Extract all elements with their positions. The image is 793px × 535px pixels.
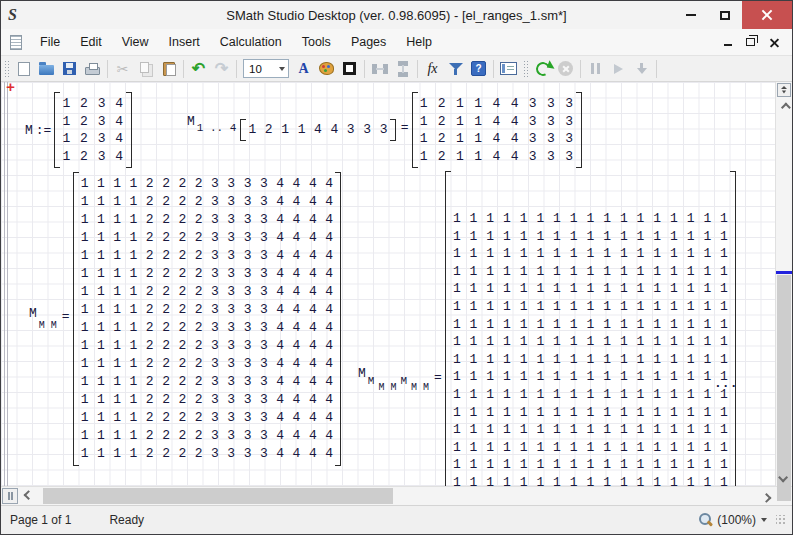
toolbar-separator [107, 60, 108, 78]
new-button[interactable] [12, 58, 35, 79]
result-matrix-16x16: 1 1 1 1 2 2 2 2 3 3 3 3 4 4 4 4 1 1 1 1 … [73, 172, 342, 466]
font-size-combo[interactable]: 10 [243, 59, 289, 78]
split-down-icon [782, 91, 786, 94]
split-view-button[interactable] [777, 83, 791, 97]
menu-help[interactable]: Help [396, 29, 442, 55]
toolbar-separator [236, 60, 237, 78]
paste-button[interactable] [157, 58, 180, 79]
split-view-button-horizontal[interactable] [2, 488, 18, 504]
menu-edit[interactable]: Edit [70, 29, 112, 55]
math-subscript-range: 1 .. 4 [195, 122, 239, 134]
pause-button[interactable] [584, 58, 607, 79]
document-icon [10, 35, 22, 50]
zoom-dropdown-icon[interactable] [761, 518, 767, 522]
math-equals-operator: = [431, 370, 445, 385]
worksheet-canvas[interactable]: + M := 1 2 3 4 1 2 3 4 1 2 3 4 1 2 3 4 M… [1, 82, 775, 486]
menu-view[interactable]: View [112, 29, 159, 55]
menu-calculation[interactable]: Calculation [210, 29, 292, 55]
chevron-right-icon [761, 492, 771, 502]
math-equals-operator: = [398, 120, 412, 135]
math-assign-operator: := [33, 123, 55, 138]
mdi-minimize-icon[interactable] [724, 44, 732, 46]
align-horizontal-button[interactable] [368, 58, 391, 79]
align-vertical-button[interactable] [391, 58, 414, 79]
reference-book-button[interactable]: ? [467, 58, 490, 79]
horizontal-scroll-track[interactable] [37, 487, 757, 505]
scroll-right-button[interactable] [757, 487, 775, 505]
title-bar: S SMath Studio Desktop (ver. 0.98.6095) … [1, 1, 792, 29]
chevron-left-icon [23, 490, 33, 500]
reference-book-icon: ? [471, 61, 486, 76]
toolbar-separator [493, 60, 494, 78]
insert-filter-button[interactable] [444, 58, 467, 79]
vertical-scroll-thumb[interactable] [777, 275, 791, 501]
cut-button[interactable]: ✂ [111, 58, 134, 79]
insertion-cursor: + [6, 82, 15, 97]
stop-circle-icon [558, 61, 573, 76]
toolbar-separator [580, 60, 581, 78]
redo-button[interactable]: ↷ [210, 58, 233, 79]
menu-pages[interactable]: Pages [341, 29, 396, 55]
print-button[interactable] [81, 58, 104, 79]
expression-m-indexed-by-mm[interactable]: M M M = 1 1 1 1 2 2 2 2 3 3 3 3 4 4 4 4 … [29, 172, 341, 466]
resize-grip[interactable] [776, 515, 786, 525]
scissors-icon: ✂ [117, 61, 129, 77]
font-size-dropdown[interactable] [275, 60, 288, 77]
show-panels-button[interactable] [497, 58, 520, 79]
vertical-scrollbar[interactable] [775, 82, 792, 486]
menu-file[interactable]: File [30, 29, 70, 55]
insert-function-button[interactable]: fx [421, 58, 444, 79]
status-bar: Page 1 of 1 Ready (100%) [1, 505, 792, 534]
toolbar-grip[interactable] [523, 60, 528, 78]
interrupt-button[interactable] [554, 58, 577, 79]
save-button[interactable] [58, 58, 81, 79]
step-down-icon [637, 63, 647, 74]
toolbar: ✂ ↶ ↷ 10 A fx ? [1, 56, 792, 82]
math-variable: M [187, 114, 195, 129]
pause-icon [591, 63, 600, 74]
scroll-left-button[interactable] [19, 487, 37, 505]
minimize-button[interactable] [674, 1, 708, 29]
vertical-scroll-track[interactable] [776, 116, 792, 468]
matrix-4x4: 1 2 3 4 1 2 3 4 1 2 3 4 1 2 3 4 [54, 92, 132, 168]
zoom-magnifier-icon[interactable] [698, 513, 712, 527]
copy-button[interactable] [134, 58, 157, 79]
clipboard-icon [163, 62, 175, 76]
debug-run-button[interactable] [607, 58, 630, 79]
save-floppy-icon [63, 62, 76, 75]
status-text: Ready [109, 513, 144, 527]
menu-tools[interactable]: Tools [292, 29, 341, 55]
maximize-icon [720, 11, 730, 20]
step-button[interactable] [630, 58, 653, 79]
printer-icon [85, 67, 100, 75]
mdi-close-icon[interactable] [769, 37, 780, 48]
math-subscript: M M [376, 382, 398, 393]
palette-icon [319, 62, 334, 75]
close-button[interactable] [742, 1, 792, 29]
undo-arrow-icon: ↶ [192, 61, 205, 77]
undo-button[interactable]: ↶ [187, 58, 210, 79]
scroll-up-button[interactable] [776, 98, 792, 116]
background-color-button[interactable] [315, 58, 338, 79]
horizontal-scrollbar[interactable] [1, 486, 792, 505]
maximize-button[interactable] [708, 1, 742, 29]
align-vertical-icon [398, 61, 408, 77]
open-button[interactable] [35, 58, 58, 79]
menu-bar: File Edit View Insert Calculation Tools … [1, 29, 792, 56]
font-color-button[interactable]: A [292, 58, 315, 79]
mdi-restore-icon[interactable] [746, 38, 755, 46]
expression-nested-index[interactable]: M M M M M M M = 1 1 1 1 1 1 1 1 1 1 1 1 … [358, 171, 736, 486]
toolbar-grip[interactable] [4, 60, 9, 78]
zoom-level[interactable]: (100%) [717, 513, 756, 527]
border-button[interactable] [338, 58, 361, 79]
expression-m-definition[interactable]: M := 1 2 3 4 1 2 3 4 1 2 3 4 1 2 3 4 [25, 92, 132, 168]
horizontal-scroll-thumb[interactable] [43, 488, 393, 504]
recalculate-button[interactable] [531, 58, 554, 79]
redo-arrow-icon: ↷ [215, 61, 228, 77]
expression-index-range[interactable]: M 1 .. 4 1 2 1 1 4 4 3 3 3 = 1 2 1 1 4 4… [187, 92, 582, 168]
toolbar-separator [417, 60, 418, 78]
funnel-icon [449, 62, 463, 76]
horizontal-ellipsis: ... [714, 376, 737, 391]
function-fx-icon: fx [427, 61, 437, 77]
menu-insert[interactable]: Insert [159, 29, 210, 55]
